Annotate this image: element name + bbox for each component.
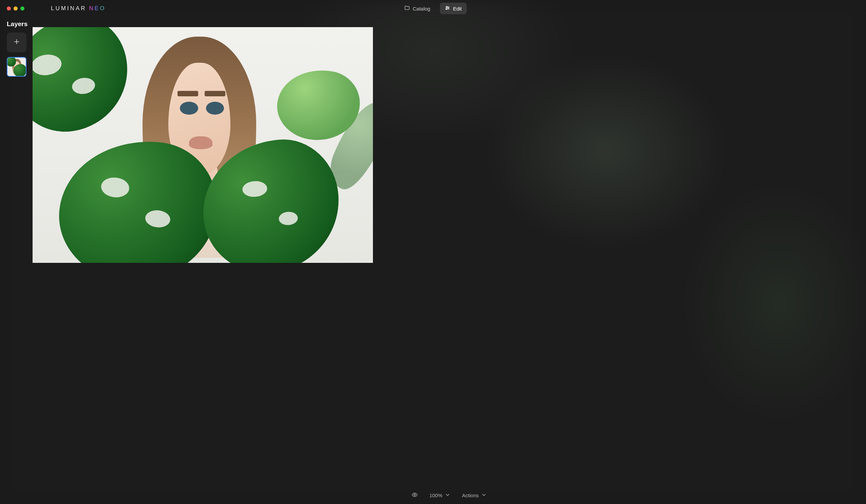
chevron-down-icon bbox=[481, 492, 487, 499]
layers-title: Layers bbox=[7, 20, 27, 28]
svg-point-4 bbox=[447, 8, 448, 9]
edit-mode-button[interactable]: Edit bbox=[440, 3, 467, 14]
chevron-down-icon bbox=[445, 492, 451, 499]
window-zoom-button[interactable] bbox=[20, 7, 24, 11]
catalog-mode-label: Catalog bbox=[413, 6, 430, 12]
eye-icon bbox=[412, 492, 418, 499]
window-controls bbox=[7, 7, 24, 11]
mode-switch: Catalog Edit bbox=[399, 3, 467, 14]
window-close-button[interactable] bbox=[7, 7, 11, 11]
edit-mode-label: Edit bbox=[453, 6, 462, 12]
svg-point-8 bbox=[414, 494, 416, 495]
sliders-icon bbox=[445, 5, 450, 12]
zoom-value: 100% bbox=[429, 492, 442, 498]
layer-thumbnail-image bbox=[8, 58, 26, 76]
layers-panel: Layers bbox=[0, 17, 33, 504]
window-minimize-button[interactable] bbox=[13, 7, 18, 11]
folder-icon bbox=[404, 5, 410, 12]
logo-text-neo: NEO bbox=[89, 5, 106, 12]
catalog-mode-button[interactable]: Catalog bbox=[399, 3, 435, 14]
image-canvas[interactable] bbox=[33, 27, 373, 263]
logo-text-main: LUMINAR bbox=[51, 5, 87, 12]
app-logo: LUMINAR NEO bbox=[51, 5, 106, 12]
titlebar: LUMINAR NEO Catalog bbox=[0, 0, 866, 17]
svg-point-3 bbox=[446, 7, 447, 8]
plus-icon bbox=[13, 38, 21, 47]
actions-label: Actions bbox=[462, 492, 479, 498]
actions-dropdown[interactable]: Actions bbox=[462, 492, 487, 499]
canvas-footer: 100% Actions bbox=[33, 486, 866, 504]
zoom-dropdown[interactable]: 100% bbox=[429, 492, 450, 499]
preview-toggle-button[interactable] bbox=[412, 492, 418, 499]
layer-thumbnail-1[interactable] bbox=[7, 57, 26, 77]
add-layer-button[interactable] bbox=[7, 33, 26, 52]
svg-point-5 bbox=[446, 9, 446, 10]
